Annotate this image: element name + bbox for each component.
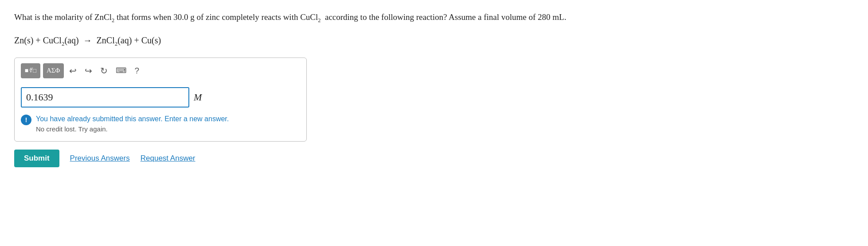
math-input-button[interactable]: ■ ∜□ bbox=[21, 63, 40, 78]
refresh-icon: ↻ bbox=[100, 65, 108, 76]
feedback-icon: ! bbox=[21, 115, 31, 125]
help-icon: ? bbox=[135, 66, 140, 76]
previous-answers-link[interactable]: Previous Answers bbox=[70, 154, 130, 163]
redo-button[interactable]: ↪ bbox=[82, 64, 95, 78]
redo-icon: ↪ bbox=[85, 65, 92, 76]
reaction-equation: Zn(s) + CuCl2(aq) → ZnCl2(aq) + Cu(s) bbox=[14, 32, 854, 49]
request-answer-link[interactable]: Request Answer bbox=[141, 154, 195, 163]
unit-label: M bbox=[194, 92, 202, 103]
feedback-main-message: You have already submitted this answer. … bbox=[36, 114, 229, 124]
answer-box: ■ ∜□ ΑΣΦ ↩ ↪ ↻ ⌨ ? M bbox=[14, 58, 307, 142]
feedback-row: ! You have already submitted this answer… bbox=[21, 114, 300, 135]
bottom-row: Submit Previous Answers Request Answer bbox=[14, 150, 854, 167]
input-row: M bbox=[21, 87, 300, 108]
refresh-button[interactable]: ↻ bbox=[98, 64, 110, 78]
undo-button[interactable]: ↩ bbox=[66, 64, 79, 78]
help-button[interactable]: ? bbox=[132, 64, 142, 77]
math-square-icon: ■ bbox=[25, 67, 28, 74]
feedback-text: You have already submitted this answer. … bbox=[36, 114, 229, 135]
toolbar: ■ ∜□ ΑΣΦ ↩ ↪ ↻ ⌨ ? bbox=[21, 63, 300, 82]
undo-icon: ↩ bbox=[69, 65, 77, 76]
submit-button[interactable]: Submit bbox=[14, 150, 59, 167]
question-text: What is the molarity of ZnCl2 that forms… bbox=[14, 11, 854, 25]
greek-symbols-button[interactable]: ΑΣΦ bbox=[43, 63, 64, 78]
keyboard-button[interactable]: ⌨ bbox=[113, 64, 129, 77]
page-container: What is the molarity of ZnCl2 that forms… bbox=[14, 11, 854, 167]
keyboard-icon: ⌨ bbox=[116, 66, 127, 75]
feedback-sub-message: No credit lost. Try again. bbox=[36, 124, 229, 135]
greek-label: ΑΣΦ bbox=[47, 67, 60, 74]
answer-input[interactable] bbox=[21, 87, 189, 108]
math-radical-icon: ∜□ bbox=[29, 67, 36, 74]
